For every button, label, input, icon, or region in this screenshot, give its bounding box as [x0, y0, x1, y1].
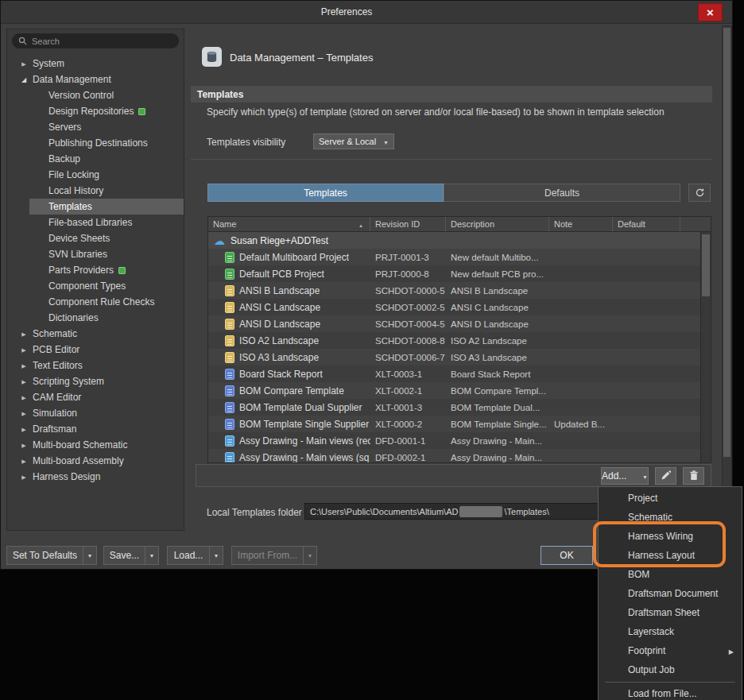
menu-item-harness-wiring[interactable]: Harness Wiring	[599, 527, 742, 546]
menu-item-footprint[interactable]: Footprint	[599, 641, 742, 660]
sidebar-item-cam-editor[interactable]: CAM Editor	[7, 389, 184, 405]
table-row[interactable]: ISO A2 LandscapeSCHDOT-0008-8ISO A2 Land…	[208, 332, 711, 349]
menu-item-layerstack[interactable]: Layerstack	[599, 622, 742, 641]
table-row[interactable]: Board Stack ReportXLT-0003-1Board Stack …	[208, 365, 711, 382]
sidebar-item-pcb-editor[interactable]: PCB Editor	[7, 342, 184, 358]
table-row[interactable]: ISO A3 LandscapeSCHDOT-0006-7ISO A3 Land…	[208, 349, 711, 365]
sidebar-item-publishing-destinations[interactable]: Publishing Destinations	[7, 135, 184, 151]
menu-item-harness-layout[interactable]: Harness Layout	[599, 546, 742, 565]
collapse-arrow-icon[interactable]	[18, 72, 29, 87]
delete-button[interactable]	[683, 467, 704, 485]
template-name: ANSI C Landscape	[239, 302, 320, 313]
refresh-icon	[695, 188, 705, 198]
expand-arrow-icon[interactable]	[18, 326, 29, 342]
sheet-template-icon	[225, 302, 234, 313]
chevron-down-icon	[383, 137, 389, 146]
expand-arrow-icon[interactable]	[18, 342, 29, 358]
load-button[interactable]: Load...	[167, 546, 223, 565]
menu-item-project[interactable]: Project	[599, 489, 742, 508]
menu-item-draftsman-sheet[interactable]: Draftsman Sheet	[599, 603, 742, 622]
menu-item-output-job[interactable]: Output Job	[599, 660, 742, 679]
table-row[interactable]: Default PCB ProjectPRJT-0000-8New defaul…	[208, 265, 711, 282]
menu-item-bom[interactable]: BOM	[599, 565, 742, 584]
expand-arrow-icon[interactable]	[18, 358, 29, 373]
sidebar-item-device-sheets[interactable]: Device Sheets	[7, 230, 184, 246]
table-row[interactable]: BOM Compare TemplateXLT-0002-1BOM Compar…	[208, 382, 711, 399]
expand-arrow-icon[interactable]	[18, 56, 29, 72]
refresh-button[interactable]	[688, 184, 711, 202]
save-dropdown[interactable]	[145, 547, 158, 564]
table-row[interactable]: BOM Template Single SupplierXLT-0000-2BO…	[208, 416, 711, 432]
table-row[interactable]: BOM Template Dual SupplierXLT-0001-3BOM …	[208, 399, 711, 416]
table-row[interactable]: ANSI D LandscapeSCHDOT-0004-5ANSI D Land…	[208, 315, 711, 332]
sidebar-item-backup[interactable]: Backup	[7, 151, 184, 167]
sidebar-item-design-repositories[interactable]: Design Repositories	[7, 103, 184, 119]
sidebar-item-simulation[interactable]: Simulation	[7, 405, 184, 421]
expand-arrow-icon[interactable]	[18, 405, 29, 421]
add-button[interactable]: Add...	[601, 467, 649, 485]
sidebar-item-svn-libraries[interactable]: SVN Libraries	[7, 246, 184, 262]
table-row[interactable]: Default Multiboard ProjectPRJT-0001-3New…	[208, 249, 711, 265]
sidebar-item-text-editors[interactable]: Text Editors	[7, 358, 184, 373]
project-template-icon	[225, 269, 234, 280]
menu-item-label: BOM	[628, 569, 649, 580]
table-row[interactable]: Assy Drawing - Main views (sqDFD-0002-1A…	[208, 449, 711, 463]
expand-arrow-icon[interactable]	[18, 469, 29, 485]
sidebar-item-multi-board-schematic[interactable]: Multi-board Schematic	[7, 437, 184, 453]
table-row[interactable]: ANSI C LandscapeSCHDOT-0002-5ANSI C Land…	[208, 299, 711, 315]
table-scrollbar-thumb[interactable]	[702, 234, 710, 296]
pencil-icon	[661, 470, 671, 481]
expand-arrow-icon[interactable]	[18, 373, 29, 389]
ok-button[interactable]: OK	[541, 546, 593, 565]
sidebar-item-file-locking[interactable]: File Locking	[7, 167, 184, 183]
set-to-defaults-button[interactable]: Set To Defaults	[6, 546, 97, 565]
save-button[interactable]: Save...	[103, 546, 159, 565]
sidebar-item-version-control[interactable]: Version Control	[7, 87, 184, 103]
sidebar-item-system[interactable]: System	[7, 56, 184, 72]
set-to-defaults-dropdown[interactable]	[83, 547, 96, 564]
menu-item-draftsman-document[interactable]: Draftsman Document	[599, 584, 742, 603]
page-scrollbar-thumb[interactable]	[723, 28, 730, 457]
sidebar-item-scripting-system[interactable]: Scripting System	[7, 373, 184, 389]
tab-defaults[interactable]: Defaults	[444, 184, 680, 202]
templates-visibility-select[interactable]: Server & Local	[313, 133, 394, 149]
table-group-row[interactable]: Susan Riege+ADDTest	[208, 232, 711, 249]
load-dropdown[interactable]	[209, 547, 223, 564]
sidebar-item-data-management[interactable]: Data Management	[7, 72, 184, 87]
sidebar-item-component-types[interactable]: Component Types	[7, 278, 184, 294]
sidebar-item-draftsman[interactable]: Draftsman	[7, 421, 184, 437]
expand-arrow-icon[interactable]	[18, 421, 29, 437]
column-header-name[interactable]: Name	[208, 217, 370, 231]
column-header-revision-id[interactable]: Revision ID	[370, 217, 446, 231]
column-header-default[interactable]: Default	[613, 217, 680, 231]
expand-arrow-icon[interactable]	[18, 453, 29, 469]
table-row[interactable]: Assy Drawing - Main views (recDFD-0001-1…	[208, 432, 711, 449]
page-scrollbar[interactable]	[722, 25, 732, 538]
sidebar-item-multi-board-assembly[interactable]: Multi-board Assembly	[7, 453, 184, 469]
close-button[interactable]: ×	[698, 3, 723, 21]
cell-revision: SCHDOT-0004-5	[370, 319, 446, 329]
expand-arrow-icon[interactable]	[18, 389, 29, 405]
sidebar-item-component-rule-checks[interactable]: Component Rule Checks	[7, 294, 184, 310]
menu-item-schematic[interactable]: Schematic	[599, 508, 742, 527]
sidebar-item-file-based-libraries[interactable]: File-based Libraries	[7, 215, 184, 230]
tab-templates[interactable]: Templates	[207, 184, 444, 202]
expand-arrow-icon[interactable]	[18, 437, 29, 453]
column-header-description[interactable]: Description	[446, 217, 549, 231]
sidebar-item-label: Device Sheets	[48, 233, 110, 244]
sidebar-item-dictionaries[interactable]: Dictionaries	[7, 310, 184, 326]
sidebar-item-servers[interactable]: Servers	[7, 119, 184, 135]
column-header-note[interactable]: Note	[549, 217, 613, 231]
table-scrollbar[interactable]	[700, 232, 711, 462]
table-row[interactable]: ANSI B LandscapeSCHDOT-0000-5ANSI B Land…	[208, 282, 711, 299]
sidebar-item-parts-providers[interactable]: Parts Providers	[7, 262, 184, 278]
edit-button[interactable]	[655, 467, 676, 485]
sidebar-item-harness-design[interactable]: Harness Design	[7, 469, 184, 485]
search-input[interactable]: Search	[12, 33, 179, 48]
sidebar-item-templates[interactable]: Templates	[7, 199, 184, 215]
cloud-icon	[214, 235, 225, 246]
sidebar-item-schematic[interactable]: Schematic	[7, 326, 184, 342]
menu-item-load-from-file[interactable]: Load from File...	[599, 684, 742, 700]
sidebar-item-label: Simulation	[33, 408, 77, 419]
sidebar-item-local-history[interactable]: Local History	[7, 183, 184, 199]
